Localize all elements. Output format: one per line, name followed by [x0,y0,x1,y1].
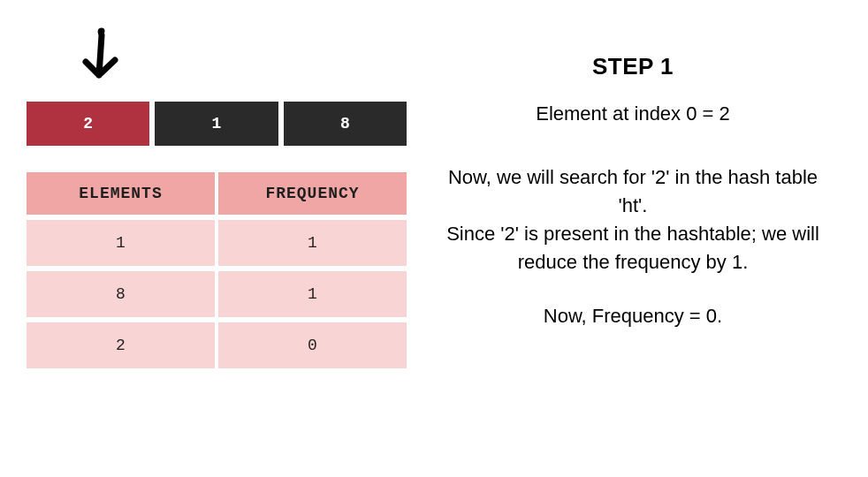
table-header: ELEMENTS FREQUENCY [27,172,407,215]
desc-index-value: Element at index 0 = 2 [433,100,833,128]
desc-reduce: Since '2' is present in the hashtable; w… [433,220,833,276]
pointer-arrow [27,26,407,102]
table-row: 8 1 [27,271,407,317]
header-frequency: FREQUENCY [218,172,407,215]
cell-element: 2 [27,322,215,368]
cell-element: 8 [27,271,215,317]
cell-frequency: 1 [218,271,407,317]
cell-frequency: 1 [218,220,407,266]
array-cell-0: 2 [27,102,149,146]
table-row: 1 1 [27,220,407,266]
array-cell-1: 1 [155,102,278,146]
table-row: 2 0 [27,322,407,368]
desc-result: Now, Frequency = 0. [433,302,833,330]
header-elements: ELEMENTS [27,172,215,215]
step-title: STEP 1 [433,53,833,80]
down-arrow-icon [75,26,128,97]
desc-search: Now, we will search for '2' in the hash … [433,163,833,220]
array-row: 2 1 8 [27,102,407,146]
hash-table: ELEMENTS FREQUENCY 1 1 8 1 2 0 [27,172,407,368]
cell-element: 1 [27,220,215,266]
array-cell-2: 8 [284,102,407,146]
cell-frequency: 0 [218,322,407,368]
